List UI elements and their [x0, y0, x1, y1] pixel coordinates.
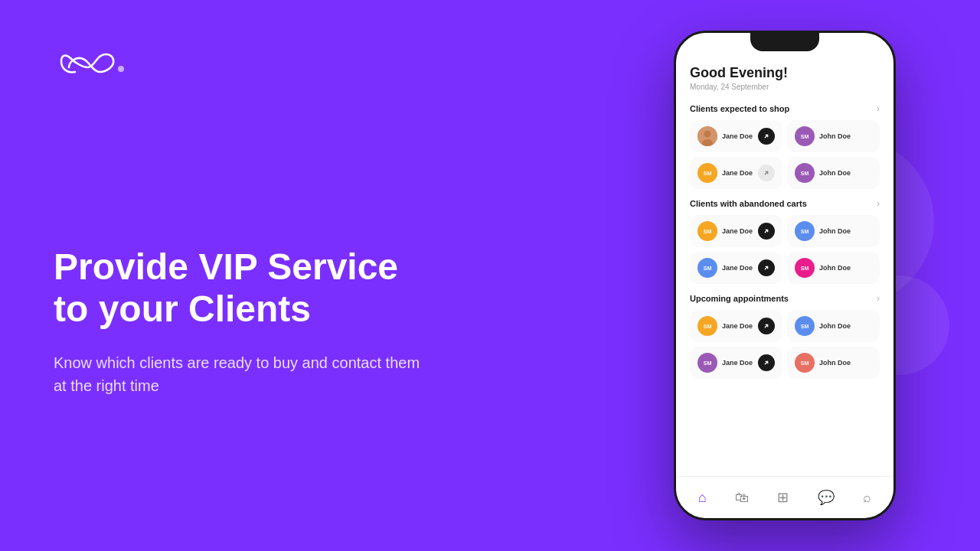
client-grid-expected: Jane Doe SM — [690, 120, 880, 189]
section-upcoming-appointments: Upcoming appointments › SM Jane Doe — [690, 293, 880, 379]
avatar: SM — [697, 316, 717, 336]
client-card[interactable]: SM Jane Doe — [690, 215, 782, 247]
logo — [54, 46, 130, 91]
avatar: SM — [795, 316, 815, 336]
client-card[interactable]: SM Jane Doe — [690, 310, 782, 342]
phone-screen: Good Evening! Monday, 24 September Clien… — [676, 33, 893, 518]
phone-mockup: Good Evening! Monday, 24 September Clien… — [674, 23, 903, 528]
client-info: SM Jane Doe — [697, 163, 753, 183]
contact-button[interactable] — [758, 128, 775, 145]
avatar: SM — [697, 163, 717, 183]
client-info: SM Jane Doe — [697, 258, 753, 278]
avatar: SM — [795, 353, 815, 373]
client-name: Jane Doe — [722, 264, 753, 272]
phone-body: Good Evening! Monday, 24 September Clien… — [674, 31, 896, 520]
subtext: Know which clients are ready to buy and … — [54, 351, 436, 397]
avatar: SM — [795, 163, 815, 183]
client-name: Jane Doe — [722, 169, 753, 177]
client-name: John Doe — [819, 227, 851, 235]
client-card[interactable]: SM John Doe — [787, 347, 880, 379]
client-name: John Doe — [819, 132, 851, 140]
client-card[interactable]: SM John Doe — [787, 215, 880, 247]
section-header-expected: Clients expected to shop › — [690, 103, 880, 114]
section-abandoned-carts: Clients with abandoned carts › SM Jane D… — [690, 198, 880, 284]
nav-home-icon[interactable]: ⌂ — [698, 490, 707, 506]
client-info: SM Jane Doe — [697, 316, 753, 336]
client-card[interactable]: SM John Doe — [787, 310, 880, 342]
chevron-icon-expected[interactable]: › — [877, 103, 880, 114]
client-info: Jane Doe — [697, 126, 753, 146]
nav-bag-icon[interactable]: 🛍 — [735, 490, 749, 506]
bottom-navigation: ⌂ 🛍 ⊞ 💬 ⌕ — [676, 476, 893, 518]
contact-button[interactable] — [758, 318, 775, 334]
date-text: Monday, 24 September — [690, 83, 880, 91]
nav-search-icon[interactable]: ⌕ — [863, 490, 871, 506]
avatar: SM — [795, 126, 815, 146]
section-title-expected: Clients expected to shop — [690, 104, 789, 113]
client-card[interactable]: SM John Doe — [787, 157, 880, 189]
client-name: Jane Doe — [722, 322, 753, 330]
client-info: SM John Doe — [795, 163, 851, 183]
section-header-abandoned: Clients with abandoned carts › — [690, 198, 880, 209]
client-name: Jane Doe — [722, 227, 753, 235]
client-grid-abandoned: SM Jane Doe SM — [690, 215, 880, 284]
client-info: SM John Doe — [795, 316, 851, 336]
client-name: John Doe — [819, 264, 851, 272]
avatar: SM — [697, 258, 717, 278]
client-info: SM John Doe — [795, 126, 851, 146]
section-expected-to-shop: Clients expected to shop › — [690, 103, 880, 189]
svg-point-0 — [119, 67, 123, 71]
client-card[interactable]: SM Jane Doe — [690, 157, 782, 189]
nav-chat-icon[interactable]: 💬 — [818, 489, 835, 506]
headline: Provide VIP Service to your Clients — [54, 246, 436, 330]
chevron-icon-abandoned[interactable]: › — [877, 198, 880, 209]
svg-point-2 — [704, 131, 711, 138]
client-name: John Doe — [819, 359, 851, 367]
client-info: SM John Doe — [795, 353, 851, 373]
left-panel: Provide VIP Service to your Clients Know… — [0, 0, 490, 551]
client-name: Jane Doe — [722, 132, 753, 140]
chevron-icon-appointments[interactable]: › — [877, 293, 880, 304]
avatar: SM — [697, 353, 717, 373]
section-title-appointments: Upcoming appointments — [690, 294, 789, 303]
client-info: SM John Doe — [795, 221, 851, 241]
contact-button[interactable] — [758, 223, 775, 240]
client-card[interactable]: SM Jane Doe — [690, 252, 782, 284]
phone-notch — [750, 33, 819, 51]
client-card[interactable]: SM Jane Doe — [690, 347, 782, 379]
section-header-appointments: Upcoming appointments › — [690, 293, 880, 304]
contact-button[interactable] — [758, 354, 775, 371]
client-name: John Doe — [819, 169, 851, 177]
client-info: SM Jane Doe — [697, 353, 753, 373]
nav-plus-icon[interactable]: ⊞ — [777, 489, 789, 506]
client-card[interactable]: SM John Doe — [787, 120, 880, 152]
contact-button[interactable] — [758, 259, 775, 276]
avatar: SM — [697, 221, 717, 241]
client-info: SM Jane Doe — [697, 221, 753, 241]
avatar: SM — [795, 221, 815, 241]
client-name: Jane Doe — [722, 359, 753, 367]
screen-content: Good Evening! Monday, 24 September Clien… — [676, 33, 893, 518]
client-name: John Doe — [819, 322, 851, 330]
avatar — [697, 126, 717, 146]
client-card[interactable]: Jane Doe — [690, 120, 782, 152]
section-title-abandoned: Clients with abandoned carts — [690, 199, 807, 208]
greeting-text: Good Evening! — [690, 65, 880, 81]
contact-button[interactable] — [758, 165, 775, 181]
client-card[interactable]: SM John Doe — [787, 252, 880, 284]
client-info: SM John Doe — [795, 258, 851, 278]
client-grid-appointments: SM Jane Doe SM — [690, 310, 880, 379]
avatar: SM — [795, 258, 815, 278]
